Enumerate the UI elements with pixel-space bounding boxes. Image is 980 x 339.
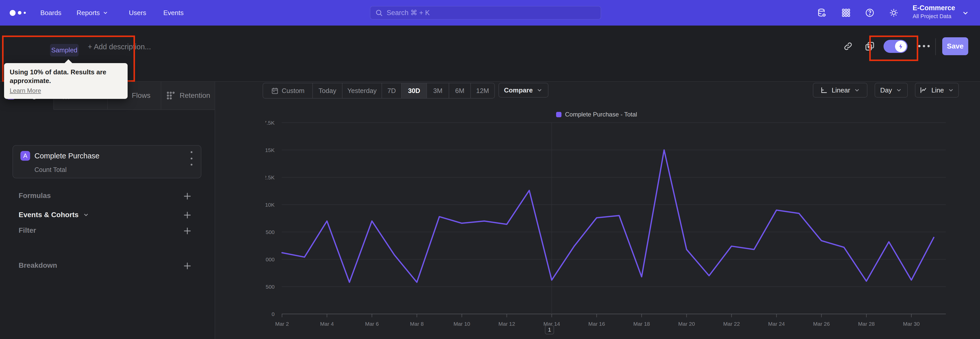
y-axis-label: 5,000 xyxy=(266,256,275,262)
add-to-board-icon[interactable] xyxy=(865,41,875,51)
x-axis-label: Mar 22 xyxy=(723,321,740,327)
y-axis-label: 2,500 xyxy=(266,284,275,290)
range-custom[interactable]: Custom xyxy=(263,83,313,98)
section-label-filter: Filter xyxy=(19,226,36,235)
range-12m[interactable]: 12M xyxy=(471,83,494,98)
tab-label: Flows xyxy=(132,91,150,100)
range-6m[interactable]: 6M xyxy=(449,83,471,98)
legend-label: Complete Purchase - Total xyxy=(565,111,637,118)
range-label: Today xyxy=(318,87,336,95)
project-name: E-Commerce xyxy=(913,4,955,12)
search-placeholder: Search ⌘ + K xyxy=(387,9,430,17)
x-axis-label: Mar 6 xyxy=(365,321,379,327)
chevron-down-icon xyxy=(854,87,860,93)
events-cohorts-header[interactable]: Events & Cohorts xyxy=(19,211,89,219)
scale-label: Linear xyxy=(832,86,850,94)
range-label: Custom xyxy=(282,87,305,95)
nav-item-events[interactable]: Events xyxy=(163,0,184,26)
x-axis-label: Mar 20 xyxy=(678,321,695,327)
nav-item-label: Reports xyxy=(76,9,100,17)
nav-item-boards[interactable]: Boards xyxy=(40,0,61,26)
project-chevron-down-icon xyxy=(962,9,969,17)
add-event-button[interactable] xyxy=(182,209,193,221)
sampling-tooltip: Using 10% of data. Results are approxima… xyxy=(4,63,127,99)
nav-item-reports[interactable]: Reports xyxy=(76,0,108,26)
range-3m[interactable]: 3M xyxy=(427,83,449,98)
range-label: 12M xyxy=(476,87,489,95)
lightning-icon xyxy=(895,41,907,52)
settings-gear-icon[interactable] xyxy=(889,8,899,18)
y-axis-label: 17.5K xyxy=(266,120,275,126)
report-title-bar: Untitled xyxy=(0,26,980,82)
legend-swatch xyxy=(556,112,562,117)
date-range-control: CustomTodayYesterday7D30D3M6M12M xyxy=(262,83,495,99)
pagination-page-1[interactable]: 1 xyxy=(545,325,554,334)
titlebar-divider xyxy=(935,38,936,55)
chevron-down-icon xyxy=(536,87,543,93)
event-letter-badge: A xyxy=(21,151,30,161)
add-breakdown-button[interactable] xyxy=(182,260,193,272)
compare-button[interactable]: Compare xyxy=(498,83,549,98)
range-label: 7D xyxy=(387,87,396,95)
top-nav: BoardsReportsUsersEvents Search ⌘ + K E-… xyxy=(0,0,980,26)
app-window: BoardsReportsUsersEvents Search ⌘ + K E-… xyxy=(0,0,980,339)
chevron-down-icon xyxy=(83,211,89,218)
sampled-badge[interactable]: Sampled xyxy=(50,44,79,56)
learn-more-link[interactable]: Learn More xyxy=(10,87,122,94)
x-axis-label: Mar 26 xyxy=(813,321,830,327)
chevron-down-icon xyxy=(948,87,954,93)
chart-legend[interactable]: Complete Purchase - Total xyxy=(556,111,637,118)
mixpanel-logo-icon[interactable] xyxy=(10,0,26,26)
range-yesterday[interactable]: Yesterday xyxy=(342,83,382,98)
nav-item-label: Users xyxy=(129,9,146,17)
y-axis-label: 10K xyxy=(266,202,275,208)
apps-grid-icon[interactable] xyxy=(841,8,851,18)
tooltip-text: Using 10% of data. Results are approxima… xyxy=(10,68,122,85)
section-label-formulas: Formulas xyxy=(19,192,51,200)
x-axis-label: Mar 30 xyxy=(903,321,920,327)
save-button[interactable]: Save xyxy=(942,37,968,55)
data-management-icon[interactable] xyxy=(817,8,827,18)
nav-item-users[interactable]: Users xyxy=(129,0,146,26)
help-icon[interactable] xyxy=(865,8,875,18)
range-today[interactable]: Today xyxy=(313,83,342,98)
x-axis-label: Mar 12 xyxy=(498,321,515,327)
share-link-icon[interactable] xyxy=(843,41,853,51)
x-axis-label: Mar 24 xyxy=(768,321,785,327)
line-chart[interactable]: 17.5K15K12.5K10K7,5005,0002,5000Mar 2Mar… xyxy=(266,120,957,328)
nav-item-label: Events xyxy=(163,9,184,17)
query-sidebar: InsightsFunnelsFlowsRetention Events & C… xyxy=(0,82,215,339)
range-30d[interactable]: 30D xyxy=(402,83,427,98)
more-options-button[interactable] xyxy=(918,45,930,48)
tooltip-arrow xyxy=(64,59,73,63)
search-input[interactable]: Search ⌘ + K xyxy=(370,6,601,19)
event-kebab-menu[interactable] xyxy=(190,151,192,166)
project-scope: All Project Data xyxy=(913,13,955,20)
add-filter-button[interactable] xyxy=(182,225,193,237)
range-label: 30D xyxy=(408,87,420,95)
range-label: Yesterday xyxy=(347,87,377,95)
event-metric[interactable]: Count Total xyxy=(35,166,67,173)
calendar-icon xyxy=(271,87,279,94)
tab-label: Retention xyxy=(180,91,210,100)
range-7d[interactable]: 7D xyxy=(382,83,402,98)
scale-dropdown[interactable]: Linear xyxy=(813,83,867,98)
chart-type-dropdown[interactable]: Line xyxy=(915,83,959,98)
event-card[interactable]: A Complete Purchase Count Total xyxy=(13,145,201,178)
add-formulas-button[interactable] xyxy=(182,190,193,202)
interval-dropdown[interactable]: Day xyxy=(875,83,908,98)
x-axis-label: Mar 8 xyxy=(410,321,424,327)
sampling-toggle[interactable] xyxy=(883,40,907,53)
project-selector[interactable]: E-Commerce All Project Data xyxy=(913,4,955,20)
tab-retention[interactable]: Retention xyxy=(161,82,215,110)
add-description-field[interactable]: + Add description... xyxy=(88,43,151,51)
series-line-complete-purchase[interactable] xyxy=(282,150,934,282)
x-axis-label: Mar 28 xyxy=(858,321,875,327)
chevron-down-icon xyxy=(896,87,902,93)
y-axis-label: 0 xyxy=(272,311,275,317)
y-axis-label: 7,500 xyxy=(266,229,275,235)
x-axis-label: Mar 18 xyxy=(633,321,650,327)
event-name[interactable]: Complete Purchase xyxy=(35,152,100,160)
compare-label: Compare xyxy=(504,86,533,94)
x-axis-label: Mar 2 xyxy=(275,321,289,327)
